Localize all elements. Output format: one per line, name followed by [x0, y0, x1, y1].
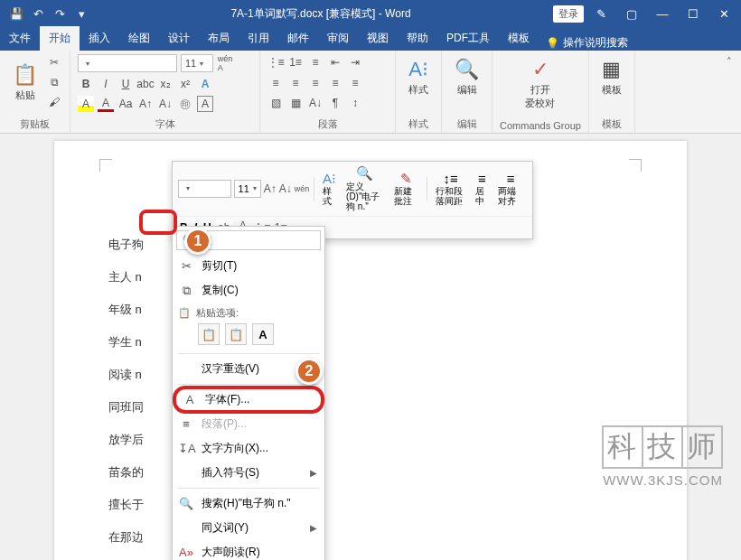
superscript-icon[interactable]: x² — [177, 76, 193, 92]
shading-icon[interactable]: ▧ — [267, 95, 284, 111]
justify-icon[interactable]: ≡ — [327, 75, 343, 91]
tab-insert[interactable]: 插入 — [80, 26, 119, 51]
mini-center-button[interactable]: ≡居中 — [472, 170, 492, 209]
bullets-icon[interactable]: ⋮≡ — [267, 54, 284, 70]
mini-font-name-combo[interactable]: ▾ — [178, 180, 231, 198]
submenu-arrow-icon: ▶ — [310, 468, 317, 478]
tab-view[interactable]: 视图 — [358, 26, 398, 51]
login-button[interactable]: 登录 — [553, 5, 584, 23]
char-border-icon[interactable]: A — [197, 96, 213, 112]
shrink-font-icon[interactable]: A↓ — [157, 96, 174, 112]
paragraph-group-label: 段落 — [267, 116, 388, 131]
tab-review[interactable]: 审阅 — [318, 26, 358, 51]
open-proofread-button[interactable]: ✓ 打开 爱校对 — [500, 54, 581, 114]
strike-icon[interactable]: abc — [137, 76, 154, 92]
copy-icon[interactable]: ⧉ — [46, 74, 62, 90]
highlight-icon[interactable]: A — [78, 96, 94, 112]
distribute-icon[interactable]: ≡ — [347, 75, 363, 91]
qat-customize-icon[interactable]: ▾ — [74, 6, 89, 21]
tab-references[interactable]: 引用 — [239, 26, 278, 51]
paste-button[interactable]: 📋 粘贴 — [7, 60, 42, 106]
tab-design[interactable]: 设计 — [159, 26, 199, 51]
ribbon-tabs: 文件 开始 插入 绘图 设计 布局 引用 邮件 审阅 视图 帮助 PDF工具 模… — [0, 27, 741, 51]
mini-line-spacing-button[interactable]: ↕≡行和段落间距 — [432, 170, 469, 209]
tab-layout[interactable]: 布局 — [199, 26, 239, 51]
group-clipboard: 📋 粘贴 ✂ ⧉ 🖌 剪贴板 — [0, 51, 70, 133]
watermark-text: 科技师 — [603, 425, 723, 469]
sort-icon[interactable]: A↓ — [307, 95, 324, 111]
tab-pdf[interactable]: PDF工具 — [437, 26, 499, 51]
numbering-icon[interactable]: 1≡ — [287, 54, 304, 70]
menu-cut[interactable]: ✂剪切(T) — [173, 254, 324, 278]
paste-text-only-icon[interactable]: A — [252, 323, 274, 345]
mini-justify-button[interactable]: ≡两端对齐 — [494, 170, 527, 209]
menu-copy[interactable]: ⧉复制(C) — [173, 278, 324, 303]
mini-phonetic-icon[interactable]: wén — [295, 181, 310, 197]
template-button[interactable]: ▦ 模板 — [596, 54, 627, 100]
menu-smart-lookup[interactable]: 🔍搜索(H)"电子狗 n." — [173, 491, 324, 516]
char-shading-icon[interactable]: Aa — [117, 96, 134, 112]
underline-icon[interactable]: U — [117, 76, 134, 92]
tell-me[interactable]: 💡 操作说明搜索 — [539, 35, 635, 51]
mini-font-size-combo[interactable]: 11▾ — [234, 180, 261, 198]
read-aloud-icon: A» — [178, 546, 194, 559]
text-effects-icon[interactable]: A — [197, 76, 213, 92]
enclose-char-icon[interactable]: ㊞ — [177, 96, 193, 112]
editing-button[interactable]: 🔍 编辑 — [449, 54, 484, 100]
group-commands: ✓ 打开 爱校对 Commands Group — [492, 51, 589, 133]
paste-merge-icon[interactable]: 📋 — [225, 323, 247, 345]
align-right-icon[interactable]: ≡ — [307, 75, 324, 91]
align-center-icon[interactable]: ≡ — [287, 75, 304, 91]
font-color-icon[interactable]: A — [98, 96, 114, 112]
grow-font-icon[interactable]: A↑ — [137, 96, 154, 112]
tab-draw[interactable]: 绘图 — [119, 26, 159, 51]
subscript-icon[interactable]: x₂ — [157, 76, 174, 92]
multilevel-icon[interactable]: ≡ — [307, 54, 324, 70]
decrease-indent-icon[interactable]: ⇤ — [327, 54, 343, 70]
cut-icon[interactable]: ✂ — [46, 54, 62, 70]
group-styles: A⁝ 样式 样式 — [396, 51, 442, 133]
menu-font[interactable]: A字体(F)... — [173, 386, 324, 414]
tab-file[interactable]: 文件 — [0, 26, 40, 51]
menu-text-direction[interactable]: ↧A文字方向(X)... — [173, 436, 324, 461]
show-marks-icon[interactable]: ¶ — [327, 95, 343, 111]
align-left-icon[interactable]: ≡ — [267, 75, 284, 91]
format-painter-icon[interactable]: 🖌 — [46, 94, 62, 110]
paste-keep-source-icon[interactable]: 📋 — [198, 323, 220, 345]
clipboard-group-label: 剪贴板 — [7, 116, 62, 131]
mini-define-button[interactable]: 🔍定义(D)"电子狗 n." — [342, 164, 388, 213]
borders-icon[interactable]: ▦ — [287, 95, 304, 111]
font-size-combo[interactable]: 11▾ — [181, 54, 213, 72]
menu-insert-symbol[interactable]: 插入符号(S)▶ — [173, 461, 324, 485]
mini-shrink-font-icon[interactable]: A↓ — [279, 181, 292, 197]
redo-icon[interactable]: ↷ — [52, 6, 67, 21]
tab-template[interactable]: 模板 — [499, 26, 539, 51]
draw-mode-icon[interactable]: ✎ — [587, 1, 614, 26]
bold-icon[interactable]: B — [78, 76, 94, 92]
undo-icon[interactable]: ↶ — [31, 6, 45, 21]
copy-icon: ⧉ — [178, 284, 194, 298]
mini-new-comment-button[interactable]: ✎新建批注 — [390, 170, 423, 209]
increase-indent-icon[interactable]: ⇥ — [347, 54, 363, 70]
mini-styles-button[interactable]: A⁝样式 — [319, 170, 340, 209]
styles-button[interactable]: A⁝ 样式 — [403, 54, 434, 100]
close-icon[interactable]: ✕ — [710, 1, 737, 26]
tab-help[interactable]: 帮助 — [398, 26, 437, 51]
italic-icon[interactable]: I — [98, 76, 114, 92]
mini-grow-font-icon[interactable]: A↑ — [264, 181, 277, 197]
menu-read-aloud[interactable]: A»大声朗读(R) — [173, 540, 324, 560]
ribbon-options-icon[interactable]: ▢ — [618, 1, 645, 26]
minimize-icon[interactable]: — — [649, 1, 676, 26]
line-spacing-icon[interactable]: ↕ — [347, 95, 363, 111]
tab-mailings[interactable]: 邮件 — [278, 26, 318, 51]
maximize-icon[interactable]: ☐ — [680, 1, 707, 26]
watermark: 科技师 WWW.3KJS.COM — [603, 425, 723, 488]
menu-synonyms[interactable]: 同义词(Y)▶ — [173, 516, 324, 540]
font-name-combo[interactable]: ▾ — [78, 54, 177, 72]
font-dialog-icon: A — [182, 393, 198, 406]
phonetic-guide-icon[interactable]: wénA — [217, 55, 233, 71]
menu-paragraph[interactable]: ≡段落(P)... — [173, 412, 324, 436]
save-icon[interactable]: 💾 — [9, 6, 23, 21]
tab-home[interactable]: 开始 — [40, 26, 80, 51]
collapse-ribbon-icon[interactable]: ˄ — [718, 51, 741, 133]
